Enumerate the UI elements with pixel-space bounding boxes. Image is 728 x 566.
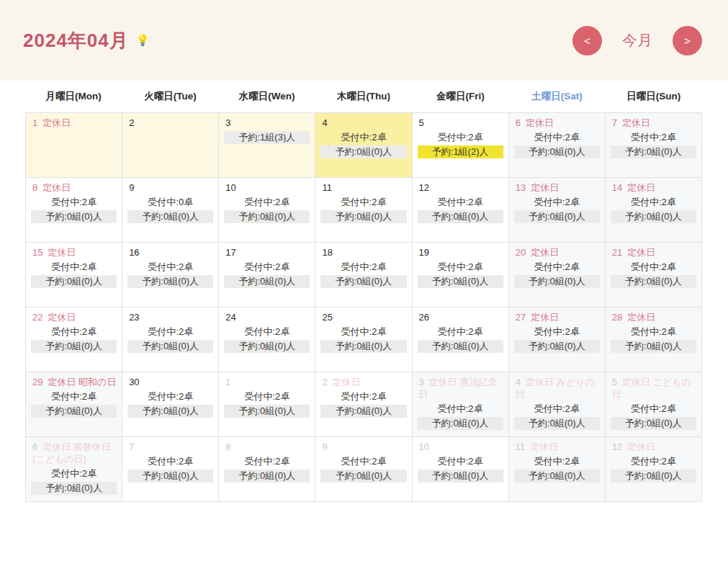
accepting-tables-label: 受付中:2卓 — [416, 132, 505, 143]
day-cell[interactable]: 11受付中:2卓予約:0組(0)人 — [315, 178, 412, 243]
day-cell[interactable]: 20定休日受付中:2卓予約:0組(0)人 — [509, 243, 606, 307]
day-cell[interactable]: 23受付中:2卓予約:0組(0)人 — [122, 307, 219, 372]
accepting-tables-label: 受付中:0卓 — [126, 197, 215, 208]
holiday-label: 定休日 — [627, 247, 655, 258]
next-month-button[interactable]: > — [673, 26, 702, 55]
day-label: 13定休日 — [513, 181, 601, 194]
day-cell[interactable]: 21定休日受付中:2卓予約:0組(0)人 — [606, 243, 702, 307]
day-cell[interactable]: 10受付中:2卓予約:0組(0)人 — [219, 178, 315, 243]
day-cell[interactable]: 1定休日 — [26, 113, 122, 178]
weekday-header: 土曜日(Sat) — [508, 90, 605, 103]
day-cell[interactable]: 12受付中:2卓予約:0組(0)人 — [413, 178, 509, 243]
day-cell[interactable]: 26受付中:2卓予約:0組(0)人 — [413, 307, 509, 372]
day-cell[interactable]: 10受付中:2卓予約:0組(0)人 — [413, 437, 509, 502]
day-label: 23 — [126, 311, 215, 323]
day-cell[interactable]: 19受付中:2卓予約:0組(0)人 — [413, 243, 509, 307]
day-cell[interactable]: 9受付中:2卓予約:0組(0)人 — [315, 437, 412, 502]
day-number: 11 — [322, 182, 332, 193]
day-number: 21 — [612, 247, 622, 258]
holiday-label: 定休日 — [42, 117, 71, 128]
reservation-count-bar: 予約:0組(0)人 — [320, 275, 406, 288]
day-label: 11 — [319, 181, 408, 194]
accepting-tables-label: 受付中:2卓 — [30, 261, 118, 273]
day-label: 7定休日 — [609, 117, 698, 129]
holiday-label: 定休日 — [48, 247, 76, 258]
day-cell[interactable]: 7定休日受付中:2卓予約:0組(0)人 — [606, 113, 702, 178]
day-cell[interactable]: 6定休日 振替休日 (こどもの日)受付中:2卓予約:0組(0)人 — [26, 437, 122, 502]
accepting-tables-label: 受付中:2卓 — [319, 391, 408, 403]
day-label: 12 — [416, 181, 505, 194]
accepting-tables-label: 受付中:2卓 — [30, 468, 118, 480]
day-cell[interactable]: 4受付中:2卓予約:0組(0)人 — [315, 113, 412, 178]
day-label: 25 — [319, 311, 408, 323]
day-cell[interactable]: 18受付中:2卓予約:0組(0)人 — [315, 243, 412, 307]
holiday-label: 定休日 — [333, 377, 361, 387]
accepting-tables-label: 受付中:2卓 — [223, 326, 311, 338]
day-cell[interactable]: 2定休日受付中:2卓予約:0組(0)人 — [315, 372, 412, 437]
holiday-label: 定休日 — [531, 182, 559, 193]
current-month-button[interactable]: 今月 — [622, 30, 652, 50]
day-cell[interactable]: 6定休日受付中:2卓予約:0組(0)人 — [509, 113, 606, 178]
day-cell[interactable]: 8受付中:2卓予約:0組(0)人 — [219, 437, 315, 502]
holiday-label: 定休日 — [627, 441, 655, 452]
day-cell[interactable]: 25受付中:2卓予約:0組(0)人 — [315, 307, 412, 372]
day-label: 26 — [416, 311, 505, 323]
day-cell[interactable]: 28定休日受付中:2卓予約:0組(0)人 — [606, 307, 702, 372]
day-label: 22定休日 — [30, 311, 118, 323]
day-number: 1 — [32, 117, 37, 128]
day-cell[interactable]: 12定休日受付中:2卓予約:0組(0)人 — [606, 437, 702, 502]
day-number: 3 — [225, 117, 230, 128]
accepting-tables-label: 受付中:2卓 — [513, 197, 601, 208]
day-cell[interactable]: 13定休日受付中:2卓予約:0組(0)人 — [509, 178, 606, 243]
day-cell[interactable]: 15定休日受付中:2卓予約:0組(0)人 — [26, 243, 122, 307]
reservation-count-bar: 予約:0組(0)人 — [31, 340, 117, 353]
day-number: 15 — [32, 247, 42, 258]
day-label: 21定休日 — [609, 246, 698, 259]
day-cell[interactable]: 9受付中:0卓予約:0組(0)人 — [122, 178, 219, 243]
day-number: 27 — [516, 312, 526, 323]
day-cell[interactable]: 29定休日 昭和の日受付中:2卓予約:0組(0)人 — [26, 372, 122, 437]
day-cell[interactable]: 27定休日受付中:2卓予約:0組(0)人 — [509, 307, 606, 372]
holiday-label: 定休日 — [531, 312, 559, 323]
weekday-header: 月曜日(Mon) — [25, 90, 122, 103]
day-cell[interactable]: 8定休日受付中:2卓予約:0組(0)人 — [26, 178, 122, 243]
day-cell[interactable]: 1受付中:2卓予約:0組(0)人 — [219, 372, 315, 437]
day-cell[interactable]: 2 — [122, 113, 219, 178]
day-cell[interactable]: 5受付中:2卓予約:1組(2)人 — [413, 113, 509, 178]
day-number: 4 — [516, 377, 521, 387]
reservation-count-bar: 予約:0組(0)人 — [514, 145, 600, 158]
accepting-tables-label: 受付中:2卓 — [513, 261, 601, 273]
day-number: 10 — [419, 441, 429, 452]
day-cell[interactable]: 11定休日受付中:2卓予約:0組(0)人 — [509, 437, 606, 502]
prev-month-button[interactable]: < — [572, 26, 602, 55]
day-label: 1定休日 — [30, 117, 118, 129]
holiday-label: 定休日 振替休日 (こどもの日) — [32, 441, 111, 464]
day-cell[interactable]: 16受付中:2卓予約:0組(0)人 — [122, 243, 219, 307]
lightbulb-icon[interactable]: 💡 — [136, 34, 150, 47]
reservation-count-bar: 予約:0組(0)人 — [320, 145, 406, 158]
day-cell[interactable]: 30受付中:2卓予約:0組(0)人 — [122, 372, 219, 437]
calendar: 月曜日(Mon)火曜日(Tue)水曜日(Wen)木曜日(Thu)金曜日(Fri)… — [25, 81, 702, 502]
day-cell[interactable]: 4定休日 みどりの日受付中:2卓予約:0組(0)人 — [509, 372, 606, 437]
day-number: 12 — [612, 441, 622, 452]
day-label: 5 — [416, 117, 505, 129]
holiday-label: 定休日 憲法記念日 — [419, 377, 498, 400]
day-label: 24 — [223, 311, 311, 323]
day-cell[interactable]: 3定休日 憲法記念日受付中:2卓予約:0組(0)人 — [413, 372, 509, 437]
accepting-tables-label: 受付中:2卓 — [126, 391, 215, 403]
day-cell[interactable]: 24受付中:2卓予約:0組(0)人 — [219, 307, 315, 372]
day-cell[interactable]: 22定休日受付中:2卓予約:0組(0)人 — [26, 307, 122, 372]
reservation-count-bar: 予約:0組(0)人 — [611, 340, 696, 353]
accepting-tables-label: 受付中:2卓 — [319, 456, 408, 467]
accepting-tables-label: 受付中:2卓 — [513, 403, 601, 415]
day-number: 2 — [322, 377, 327, 387]
day-cell[interactable]: 7受付中:2卓予約:0組(0)人 — [122, 437, 219, 502]
day-label: 12定休日 — [609, 441, 698, 453]
day-cell[interactable]: 14定休日受付中:2卓予約:0組(0)人 — [606, 178, 702, 243]
day-cell[interactable]: 5定休日 こどもの日受付中:2卓予約:0組(0)人 — [606, 372, 702, 437]
day-number: 18 — [322, 247, 332, 258]
day-cell[interactable]: 17受付中:2卓予約:0組(0)人 — [219, 243, 315, 307]
day-number: 11 — [516, 441, 526, 452]
day-cell[interactable]: 3予約:1組(3)人 — [219, 113, 315, 178]
day-number: 9 — [322, 441, 327, 452]
